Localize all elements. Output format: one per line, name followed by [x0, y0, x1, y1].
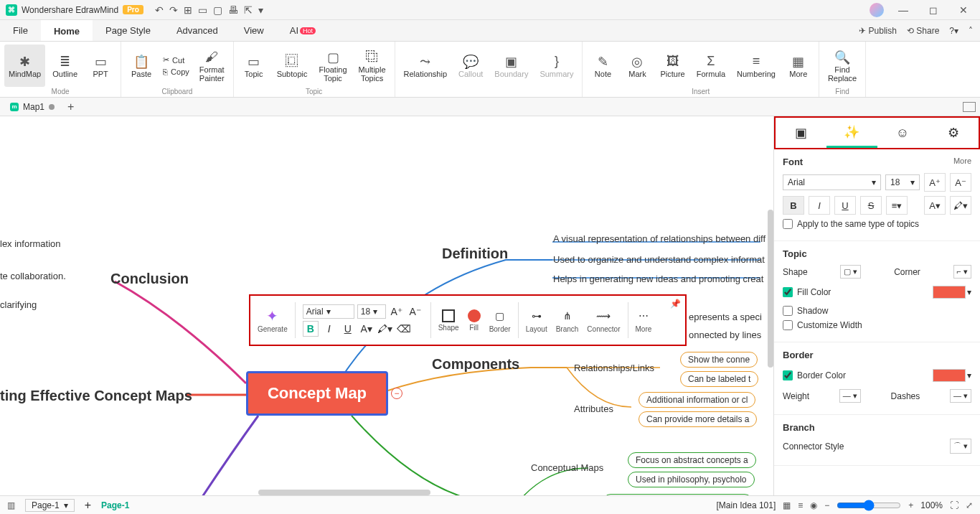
close-button[interactable]: ✕ — [953, 4, 974, 16]
fullscreen-button[interactable]: ⤢ — [966, 500, 973, 510]
qat-dropdown-icon[interactable]: ▾ — [258, 4, 263, 16]
italic-button[interactable]: I — [321, 321, 337, 337]
comp-leaf-a2[interactable]: onnected by lines — [689, 330, 761, 340]
increase-font-button[interactable]: A⁺ — [924, 173, 946, 192]
def-leaf-3[interactable]: Helps in generating new ideas and promot… — [553, 274, 763, 284]
strike-button[interactable]: S — [860, 196, 882, 215]
mindmap-button[interactable]: ✱MindMap — [4, 45, 45, 87]
publish-button[interactable]: ✈ Publish — [859, 26, 897, 36]
type-cm-leaf-2[interactable]: Used in philosophy, psycholo — [628, 472, 755, 487]
menu-home[interactable]: Home — [41, 20, 93, 41]
subtopic-button[interactable]: ⿴Subtopic — [273, 45, 312, 87]
comp-attr-leaf-2[interactable]: Can provide more details a — [639, 411, 757, 427]
border-color-checkbox[interactable]: Border Color — [783, 370, 846, 380]
fill-color-swatch[interactable] — [933, 286, 966, 299]
canvas[interactable]: Concept Map − Definition Components Type… — [0, 116, 773, 495]
pin-icon[interactable]: 📌 — [670, 299, 681, 309]
formula-button[interactable]: ΣFormula — [692, 45, 730, 87]
view-focus-icon[interactable]: ◉ — [810, 500, 817, 510]
def-leaf-2[interactable]: Used to organize and understand complex … — [553, 254, 765, 265]
menu-view[interactable]: View — [231, 20, 277, 41]
branch-button[interactable]: Branch — [556, 325, 579, 333]
mark-button[interactable]: ◎Mark — [621, 45, 653, 87]
type-mm-leaf-1[interactable]: Focus on a central theme with bran — [603, 494, 753, 495]
border-color-swatch[interactable] — [933, 369, 966, 382]
ppt-button[interactable]: ▭PPT — [85, 45, 116, 87]
panel-toggle-button[interactable] — [963, 102, 976, 112]
italic-button[interactable]: I — [809, 196, 830, 215]
page-select[interactable]: Page-1▾ — [25, 499, 75, 512]
multiple-topics-button[interactable]: ⿻Multiple Topics — [354, 45, 390, 87]
type-cm-leaf-1[interactable]: Focus on abstract concepts a — [628, 452, 756, 468]
floating-topic-button[interactable]: ▢Floating Topic — [314, 45, 351, 87]
underline-button[interactable]: U — [340, 321, 356, 337]
shape-select[interactable]: ▢ ▾ — [840, 265, 861, 279]
branch-components[interactable]: Components — [432, 356, 519, 373]
relationship-button[interactable]: ⤳Relationship — [400, 45, 452, 87]
apply-same-type-checkbox[interactable]: Apply to the same type of topics — [783, 219, 971, 229]
summary-button[interactable]: }Summary — [535, 45, 578, 87]
font-family-select[interactable]: Arial▾ — [783, 174, 881, 190]
type-conceptual[interactable]: Conceptual Maps — [531, 462, 603, 473]
add-page-button[interactable]: + — [85, 499, 91, 512]
vertical-scrollbar[interactable] — [768, 210, 773, 368]
highlight-button[interactable]: 🖍▾ — [950, 196, 971, 215]
decrease-font-button[interactable]: A⁻ — [950, 173, 971, 192]
connector-style-select[interactable]: ⌒ ▾ — [950, 439, 971, 454]
border-button[interactable]: Border — [489, 325, 511, 333]
doc-tab-map1[interactable]: m Map1 — [4, 101, 60, 113]
font-size-select[interactable]: 18▾ — [885, 174, 920, 190]
view-grid-icon[interactable]: ▦ — [783, 500, 791, 510]
more-insert-button[interactable]: ▦More — [783, 45, 814, 87]
horizontal-scrollbar[interactable] — [258, 490, 430, 495]
decrease-font-button[interactable]: A⁻ — [407, 304, 423, 319]
panel-tab-style[interactable]: ▣ — [776, 118, 826, 148]
zoom-slider[interactable] — [837, 500, 901, 511]
font-color-button[interactable]: A▾ — [359, 321, 374, 337]
find-replace-button[interactable]: 🔍Find Replace — [824, 45, 861, 87]
panel-tab-ai[interactable]: ✨ — [826, 118, 877, 148]
outline-button[interactable]: ≣Outline — [48, 45, 82, 87]
font-color-button[interactable]: A▾ — [924, 196, 946, 215]
add-tab-button[interactable]: + — [67, 101, 74, 113]
comp-rel-leaf-1[interactable]: Show the conne — [680, 352, 758, 368]
branch-definition[interactable]: Definition — [442, 246, 508, 262]
con-leaf-1[interactable]: lex information — [0, 238, 61, 249]
cut-button[interactable]: ✂ Cut — [160, 55, 192, 65]
comp-rel-leaf-2[interactable]: Can be labeled t — [680, 371, 758, 387]
con-leaf-3[interactable]: clarifying — [0, 299, 37, 310]
callout-button[interactable]: 💬Callout — [454, 45, 487, 87]
minimize-button[interactable]: — — [892, 4, 914, 16]
def-leaf-1[interactable]: A visual representation of relationships… — [553, 233, 765, 244]
view-list-icon[interactable]: ≡ — [798, 500, 803, 510]
corner-select[interactable]: ⌐ ▾ — [953, 265, 971, 279]
share-button[interactable]: ⟲ Share — [907, 26, 939, 36]
comp-attr-leaf-1[interactable]: Additional information or cl — [639, 392, 755, 408]
size-select[interactable]: 18 ▾ — [357, 304, 386, 319]
zoom-in-button[interactable]: + — [908, 500, 913, 510]
collapse-node-button[interactable]: − — [391, 388, 402, 399]
connector-button[interactable]: Connector — [587, 325, 620, 333]
export-icon[interactable]: ⇱ — [244, 4, 253, 16]
menu-advanced[interactable]: Advanced — [164, 20, 231, 41]
menu-file[interactable]: File — [0, 20, 41, 41]
align-button[interactable]: ≡▾ — [886, 196, 908, 215]
redo-icon[interactable]: ↷ — [169, 4, 178, 16]
con-leaf-2[interactable]: te collaboration. — [0, 271, 66, 281]
panel-tab-mark[interactable]: ☺ — [877, 118, 928, 148]
help-button[interactable]: ?▾ — [949, 26, 958, 36]
menu-ai[interactable]: AIHot — [277, 20, 329, 41]
print-icon[interactable]: 🖶 — [228, 4, 238, 16]
bold-button[interactable]: B — [783, 196, 804, 215]
numbering-button[interactable]: ≡Numbering — [732, 45, 780, 87]
menu-page-style[interactable]: Page Style — [93, 20, 164, 41]
fill-color-checkbox[interactable]: Fill Color — [783, 287, 831, 297]
picture-button[interactable]: 🖼Picture — [656, 45, 689, 87]
font-more-link[interactable]: More — [953, 156, 971, 167]
more-button[interactable]: More — [636, 325, 652, 333]
copy-button[interactable]: ⎘ Copy — [160, 67, 192, 77]
comp-rel[interactable]: Relationships/Links — [574, 363, 654, 373]
page-list-icon[interactable]: ▥ — [7, 500, 15, 510]
save-icon[interactable]: ▢ — [213, 4, 222, 16]
increase-font-button[interactable]: A⁺ — [389, 304, 405, 319]
